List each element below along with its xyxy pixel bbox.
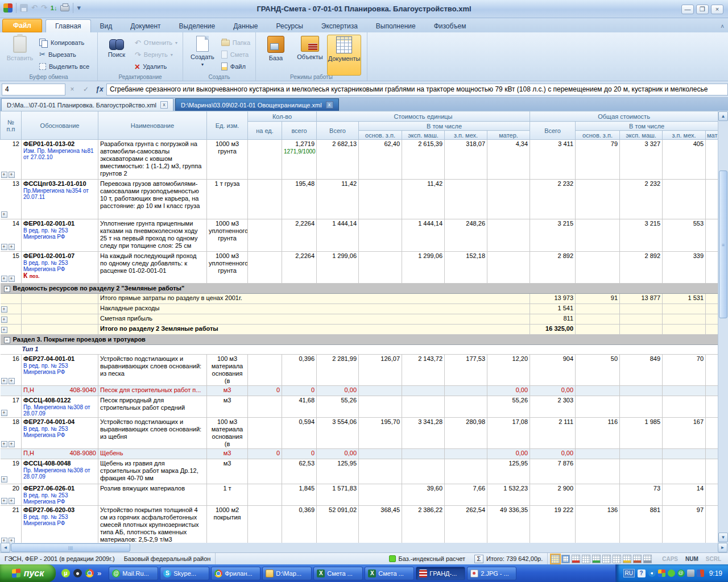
cell[interactable]: 50 — [576, 355, 620, 386]
cell[interactable]: 73 — [620, 484, 663, 506]
cell[interactable]: ФЕР01-01-013-02Изм. Пр. Минрегиона №81 о… — [22, 140, 98, 180]
print-icon[interactable] — [60, 5, 69, 11]
cell[interactable] — [706, 294, 718, 304]
cell[interactable] — [620, 325, 663, 335]
cell[interactable]: Устройство подстилающих и выравнивающих … — [98, 355, 207, 386]
cell[interactable]: 55,26 — [317, 396, 359, 418]
cell[interactable]: 1 444,14 — [402, 219, 445, 252]
function-icon[interactable]: ƒx — [93, 85, 106, 93]
cell[interactable]: 2 892 — [530, 252, 576, 284]
summary-label-cell[interactable]: Итого прямые затраты по разделу в ценах … — [98, 294, 530, 304]
cell[interactable] — [620, 386, 663, 396]
tray-icon[interactable] — [648, 569, 656, 577]
scroll-left-icon[interactable]: ◄ — [1, 543, 10, 552]
cell[interactable]: 280,98 — [445, 418, 487, 449]
cell-reference-box[interactable]: 4 — [2, 84, 65, 95]
cell[interactable]: 1000 м3 уплотненного грунта — [207, 219, 248, 252]
cell[interactable]: 0,369 — [282, 506, 317, 543]
expand-icon[interactable]: + — [1, 306, 7, 313]
cell[interactable] — [620, 449, 663, 459]
cell[interactable] — [1, 449, 22, 459]
cell[interactable]: 2,2264 — [282, 219, 317, 252]
cell[interactable]: 41,68 — [282, 396, 317, 418]
cell[interactable]: 339 — [663, 252, 706, 284]
cell[interactable]: ФССЦ-408-0122Пр. Минрегиона №308 от 28.0… — [22, 396, 98, 418]
cell[interactable] — [576, 325, 620, 335]
documents-mode-button[interactable]: Документы — [327, 35, 361, 76]
cell[interactable]: 70 — [663, 355, 706, 386]
cell[interactable]: 15++ — [1, 252, 22, 284]
document-tab[interactable]: D:\Ма...\07-01-01 Планировка. Благоустро… — [1, 98, 173, 111]
view-nr-icon[interactable] — [602, 555, 611, 563]
close-icon[interactable]: x — [160, 101, 168, 109]
expand-icon[interactable]: + — [9, 441, 15, 447]
sum-icon[interactable]: Σ — [474, 555, 483, 563]
section-expander-icon[interactable]: − — [4, 337, 10, 343]
cell[interactable]: 195,48 — [282, 180, 317, 219]
taskbar-button[interactable]: XСмета ... — [313, 567, 363, 580]
cell[interactable] — [248, 180, 282, 219]
table-row[interactable]: +Сметная прибыль811 — [1, 314, 718, 325]
cell[interactable]: 116 — [576, 418, 620, 449]
cell[interactable]: Песок природный для строительных работ с… — [98, 396, 207, 418]
cell[interactable]: 2 892 — [620, 252, 663, 284]
cell[interactable] — [359, 252, 402, 284]
cell[interactable]: 2 303 — [530, 396, 576, 418]
cell[interactable] — [445, 386, 487, 396]
tray-icon[interactable] — [697, 569, 704, 577]
view-print-icon[interactable] — [572, 555, 580, 563]
cell[interactable] — [359, 396, 402, 418]
cell[interactable]: + — [1, 304, 22, 314]
cell[interactable]: 11,42 — [402, 180, 445, 219]
cell[interactable]: 2 232 — [530, 180, 576, 219]
cell[interactable]: 100 м3 материала основания (в — [207, 355, 248, 386]
cell[interactable] — [706, 418, 718, 449]
cell[interactable] — [706, 180, 718, 219]
cell[interactable] — [402, 459, 445, 484]
cell[interactable] — [706, 396, 718, 418]
table-row[interactable]: 17+ФССЦ-408-0122Пр. Минрегиона №308 от 2… — [1, 396, 718, 418]
cell[interactable]: м3 — [207, 449, 248, 459]
cell[interactable] — [706, 484, 718, 506]
taskbar-button[interactable]: SSkype... — [160, 567, 209, 580]
cell[interactable] — [248, 140, 282, 180]
cell[interactable] — [248, 252, 282, 284]
gauge-icon[interactable] — [73, 569, 82, 577]
cell[interactable]: 2 143,72 — [402, 355, 445, 386]
new-estimate-button[interactable]: Смета — [219, 49, 253, 60]
table-row[interactable]: 18++ФЕР27-04-001-04В ред. пр. № 253 Минр… — [1, 418, 718, 449]
cell[interactable] — [706, 449, 718, 459]
cell[interactable] — [620, 459, 663, 484]
scroll-right-icon[interactable]: ► — [718, 543, 727, 552]
cell[interactable]: ФЕР01-02-001-01В ред. пр. № 253 Минрегио… — [22, 219, 98, 252]
cut-button[interactable]: ✂Вырезать — [37, 49, 92, 60]
cell[interactable]: 7,66 — [445, 484, 487, 506]
ribbon-tab-Экспертиза[interactable]: Экспертиза — [312, 20, 367, 32]
cell[interactable]: 3 327 — [620, 140, 663, 180]
cell[interactable]: 21++ — [1, 506, 22, 543]
view-grid-selected-icon[interactable] — [551, 555, 560, 563]
close-icon[interactable]: x — [326, 101, 333, 109]
taskbar-button[interactable]: ГРАНД-... — [416, 567, 465, 580]
expand-icon[interactable]: + — [9, 538, 15, 543]
cell[interactable]: 1,845 — [282, 484, 317, 506]
close-button[interactable]: × — [711, 5, 723, 14]
cell[interactable]: 0,00 — [317, 449, 359, 459]
cell[interactable]: Устройство покрытия толщиной 4 см из гор… — [98, 506, 207, 543]
cell[interactable] — [706, 140, 718, 180]
cell[interactable] — [576, 396, 620, 418]
cell[interactable]: 62,53 — [282, 459, 317, 484]
cell[interactable]: 0,594 — [282, 418, 317, 449]
cell[interactable] — [248, 396, 282, 418]
table-row[interactable]: 15++ФЕР01-02-001-07В ред. пр. № 253 Минр… — [1, 252, 718, 284]
cell[interactable] — [663, 449, 706, 459]
cell[interactable]: 1 т — [207, 484, 248, 506]
expand-icon[interactable]: + — [1, 276, 7, 282]
cell[interactable]: ФЕР27-04-001-01В ред. пр. № 253 Минрегио… — [22, 355, 98, 386]
cell[interactable]: 1 т груза — [207, 180, 248, 219]
view-search-icon[interactable] — [613, 555, 621, 563]
cell[interactable]: 2 682,13 — [317, 140, 359, 180]
taskbar-button[interactable]: @Mail.Ru... — [109, 567, 158, 580]
start-button[interactable]: пуск — [0, 564, 56, 582]
cell[interactable]: 0 — [282, 386, 317, 396]
